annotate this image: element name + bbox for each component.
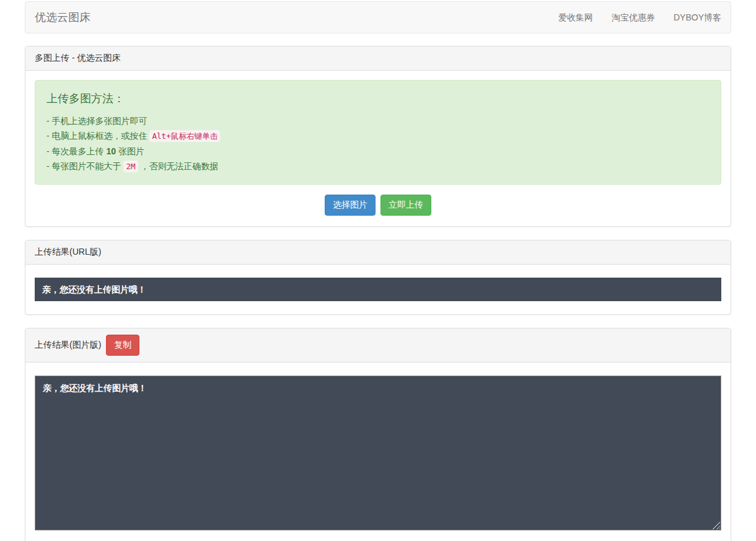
instruction-line-2: - 电脑上鼠标框选，或按住 Alt+鼠标右键单击 xyxy=(46,128,710,144)
upload-panel-body: 上传多图方法： - 手机上选择多张图片即可 - 电脑上鼠标框选，或按住 Alt+… xyxy=(25,71,731,226)
nav-link-dyboy-blog[interactable]: DYBOY博客 xyxy=(664,2,731,33)
instruction-line-1: - 手机上选择多张图片即可 xyxy=(46,113,710,128)
max-size-code: 2M xyxy=(123,161,138,172)
main-container: 优选云图床 爱收集网 淘宝优惠券 DYBOY博客 多图上传 - 优选云图床 上传… xyxy=(15,1,741,541)
instruction-line-3: - 每次最多上传 10 张图片 xyxy=(46,144,710,159)
image-result-panel-heading: 上传结果(图片版) 复制 xyxy=(25,328,731,363)
url-result-panel-title: 上传结果(URL版) xyxy=(35,247,101,258)
url-result-empty-message: 亲，您还没有上传图片哦！ xyxy=(35,278,721,301)
choose-images-button[interactable]: 选择图片 xyxy=(325,195,376,216)
max-count-value: 10 xyxy=(106,146,116,156)
upload-panel-title: 多图上传 - 优选云图床 xyxy=(35,53,120,64)
brand-link[interactable]: 优选云图床 xyxy=(25,2,100,32)
instruction-line-4: - 每张图片不能大于 2M ，否则无法正确数据 xyxy=(46,159,710,174)
image-result-textarea-wrap: 亲，您还没有上传图片哦！ xyxy=(35,376,721,530)
upload-now-button[interactable]: 立即上传 xyxy=(380,195,431,216)
upload-panel: 多图上传 - 优选云图床 上传多图方法： - 手机上选择多张图片即可 - 电脑上… xyxy=(25,46,731,227)
upload-panel-heading: 多图上传 - 优选云图床 xyxy=(25,46,731,71)
instruction-line-4-suffix: ，否则无法正确数据 xyxy=(138,161,219,171)
url-result-panel: 上传结果(URL版) 亲，您还没有上传图片哦！ xyxy=(25,240,731,315)
page: 优选云图床 爱收集网 淘宝优惠券 DYBOY博客 多图上传 - 优选云图床 上传… xyxy=(0,0,756,541)
nav-link-taobao-coupon[interactable]: 淘宝优惠券 xyxy=(602,2,664,33)
url-result-panel-body: 亲，您还没有上传图片哦！ xyxy=(25,265,731,314)
copy-button[interactable]: 复制 xyxy=(106,335,139,356)
image-result-panel-body: 亲，您还没有上传图片哦！ xyxy=(25,363,731,541)
navbar: 优选云图床 爱收集网 淘宝优惠券 DYBOY博客 xyxy=(25,1,731,33)
url-result-panel-heading: 上传结果(URL版) xyxy=(25,240,731,265)
image-result-textarea[interactable]: 亲，您还没有上传图片哦！ xyxy=(35,376,721,530)
image-result-panel: 上传结果(图片版) 复制 亲，您还没有上传图片哦！ xyxy=(25,328,731,541)
instruction-line-3-text: - 每次最多上传 xyxy=(46,146,106,156)
instruction-line-4-text: - 每张图片不能大于 xyxy=(46,161,123,171)
instruction-line-3-suffix: 张图片 xyxy=(116,146,144,156)
upload-instructions-alert: 上传多图方法： - 手机上选择多张图片即可 - 电脑上鼠标框选，或按住 Alt+… xyxy=(35,80,721,185)
image-result-panel-title: 上传结果(图片版) xyxy=(35,340,101,351)
nav-links: 爱收集网 淘宝优惠券 DYBOY博客 xyxy=(549,2,731,33)
nav-link-aishouji[interactable]: 爱收集网 xyxy=(549,2,602,33)
instructions-heading: 上传多图方法： xyxy=(46,91,710,106)
upload-buttons-row: 选择图片 立即上传 xyxy=(35,194,721,217)
alt-right-click-code: Alt+鼠标右键单击 xyxy=(149,130,220,142)
instruction-line-2-text: - 电脑上鼠标框选，或按住 xyxy=(46,131,149,141)
